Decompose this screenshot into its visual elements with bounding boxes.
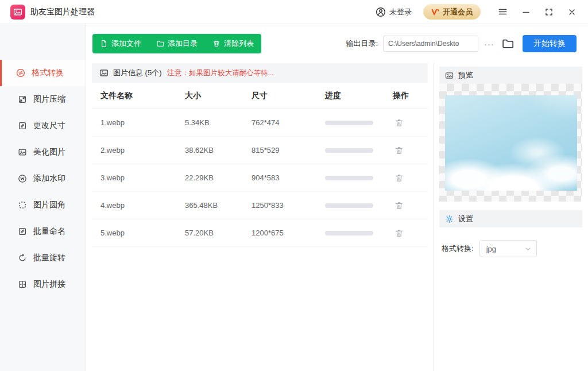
sidebar-item-label: 图片压缩 xyxy=(33,94,65,105)
trash-icon xyxy=(394,146,404,155)
file-size: 38.62KB xyxy=(185,146,252,154)
column-header-dims: 尺寸 xyxy=(252,91,325,101)
sidebar-item-batch-rotate[interactable]: 批量旋转 xyxy=(0,245,86,271)
delete-row-button[interactable] xyxy=(393,117,405,129)
output-dir-input[interactable] xyxy=(383,36,478,52)
titlebar: 助友宝图片处理器 未登录 开通会员 xyxy=(0,0,588,24)
file-name: 4.webp xyxy=(92,201,185,210)
image-info-title: 图片信息 (5个) xyxy=(113,68,162,78)
vip-upgrade-button[interactable]: 开通会员 xyxy=(423,4,481,20)
sidebar-item-resize[interactable]: 更改尺寸 xyxy=(0,113,86,139)
titlebar-right: 未登录 开通会员 xyxy=(376,4,578,20)
file-dims: 1200*675 xyxy=(252,229,325,237)
rounded-corner-icon xyxy=(18,200,27,210)
format-convert-icon xyxy=(16,68,25,78)
chevron-down-icon xyxy=(525,246,531,252)
sidebar-item-label: 添加水印 xyxy=(33,173,65,184)
image-info-notice: 注意：如果图片较大请耐心等待... xyxy=(168,68,274,78)
maximize-icon xyxy=(544,7,554,17)
clear-list-label: 清除列表 xyxy=(224,38,254,49)
trash-icon xyxy=(394,173,404,183)
file-name: 1.webp xyxy=(92,118,185,127)
output-dir-label: 输出目录: xyxy=(346,38,378,49)
delete-row-button[interactable] xyxy=(393,200,405,211)
toolbar: 添加文件 添加目录 清除列表 输出目录: ··· xyxy=(86,24,588,63)
file-dims: 815*529 xyxy=(252,146,325,154)
minimize-button[interactable] xyxy=(520,6,532,18)
sidebar-item-label: 美化图片 xyxy=(33,147,65,157)
preview-icon xyxy=(445,71,454,80)
delete-row-button[interactable] xyxy=(393,227,405,239)
clear-list-button[interactable]: 清除列表 xyxy=(205,34,261,53)
start-convert-button[interactable]: 开始转换 xyxy=(523,35,577,52)
vip-icon xyxy=(431,8,439,16)
browse-folder-button[interactable] xyxy=(500,37,515,50)
table-row: 1.webp 5.34KB 762*474 xyxy=(92,109,428,137)
column-header-actions: 操作 xyxy=(393,91,428,101)
sidebar-item-label: 格式转换 xyxy=(32,68,64,78)
preview-header: 预览 xyxy=(439,67,582,84)
login-status-label: 未登录 xyxy=(389,7,412,17)
app-logo-picture-icon xyxy=(13,7,22,17)
file-actions-group: 添加文件 添加目录 清除列表 xyxy=(92,34,261,53)
sidebar-item-format-convert[interactable]: 格式转换 xyxy=(0,60,86,86)
resize-icon xyxy=(18,121,27,130)
file-size: 57.20KB xyxy=(185,229,252,237)
format-select[interactable]: jpg xyxy=(479,240,537,257)
file-name: 3.webp xyxy=(92,173,185,182)
preview-canvas xyxy=(439,84,582,202)
user-icon xyxy=(376,7,386,17)
minimize-icon xyxy=(521,7,531,17)
close-icon xyxy=(567,7,577,17)
column-header-name: 文件名称 xyxy=(92,91,185,101)
browse-folder-icon xyxy=(501,37,514,50)
beautify-icon xyxy=(18,148,27,157)
image-info-bar: 图片信息 (5个) 注意：如果图片较大请耐心等待... xyxy=(92,63,428,83)
trash-icon xyxy=(394,229,404,238)
sidebar-item-beautify[interactable]: 美化图片 xyxy=(0,139,86,165)
format-select-value: jpg xyxy=(486,245,496,253)
sidebar-item-image-stitch[interactable]: 图片拼接 xyxy=(0,271,86,297)
file-size: 5.34KB xyxy=(185,118,252,127)
add-directory-button[interactable]: 添加目录 xyxy=(149,34,205,53)
sidebar-item-watermark[interactable]: 添加水印 xyxy=(0,165,86,192)
close-button[interactable] xyxy=(566,6,578,18)
delete-row-button[interactable] xyxy=(393,172,405,184)
delete-row-button[interactable] xyxy=(393,145,405,156)
file-name: 2.webp xyxy=(92,146,185,154)
sidebar-item-rounded-corner[interactable]: 图片圆角 xyxy=(0,192,86,218)
format-label: 格式转换: xyxy=(442,244,474,254)
sidebar-item-batch-rename[interactable]: 批量命名 xyxy=(0,218,86,245)
watermark-icon xyxy=(18,174,27,183)
stitch-icon xyxy=(18,280,27,289)
table-row: 5.webp 57.20KB 1200*675 xyxy=(92,219,428,247)
more-options-button[interactable]: ··· xyxy=(483,39,495,49)
login-status[interactable]: 未登录 xyxy=(376,7,412,17)
sidebar-item-label: 图片圆角 xyxy=(33,200,65,210)
trash-icon xyxy=(394,118,404,127)
compress-icon xyxy=(18,95,27,104)
progress-bar xyxy=(325,148,373,153)
rotate-icon xyxy=(18,253,27,262)
add-directory-icon xyxy=(156,40,164,48)
table-row: 4.webp 365.48KB 1250*833 xyxy=(92,192,428,219)
maximize-button[interactable] xyxy=(543,6,555,18)
progress-bar xyxy=(325,121,373,125)
add-file-button[interactable]: 添加文件 xyxy=(92,34,149,53)
sidebar: 格式转换 图片压缩 更改尺寸 美化图片 添加水印 图片圆角 xyxy=(0,24,86,371)
settings-title: 设置 xyxy=(458,214,473,224)
progress-bar xyxy=(325,176,373,180)
sidebar-item-label: 批量命名 xyxy=(33,226,65,237)
sidebar-item-image-compress[interactable]: 图片压缩 xyxy=(0,86,86,113)
add-directory-label: 添加目录 xyxy=(168,38,198,49)
sidebar-item-label: 图片拼接 xyxy=(33,279,65,289)
add-file-icon xyxy=(100,40,108,48)
app-window: 助友宝图片处理器 未登录 开通会员 xyxy=(0,0,588,371)
output-group: 输出目录: ··· 开始转换 xyxy=(346,35,577,52)
hamburger-icon xyxy=(498,7,508,17)
file-name: 5.webp xyxy=(92,229,185,237)
app-logo xyxy=(10,5,25,20)
table-header: 文件名称 大小 尺寸 进度 操作 xyxy=(92,83,428,109)
menu-button[interactable] xyxy=(497,6,509,18)
file-size: 365.48KB xyxy=(185,201,252,210)
